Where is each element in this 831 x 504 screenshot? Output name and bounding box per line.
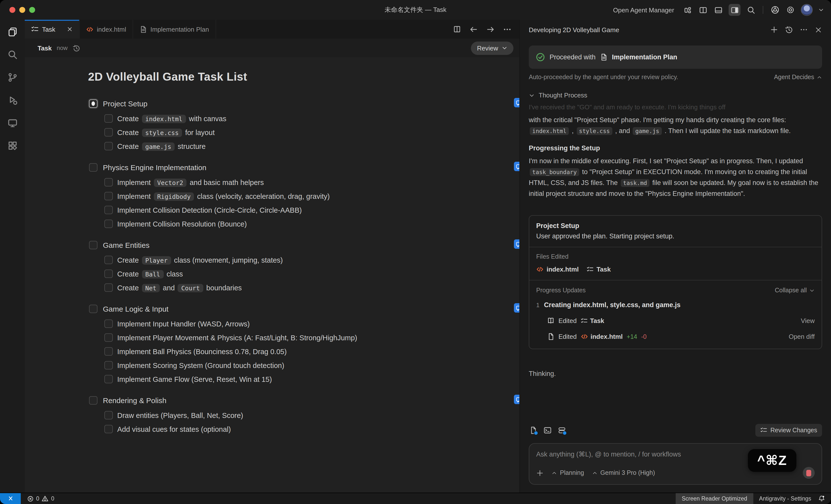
- task-item-checkbox[interactable]: [104, 128, 113, 137]
- task-item-checkbox[interactable]: [104, 206, 113, 214]
- comment-badge-icon[interactable]: [514, 162, 519, 171]
- task-item: Create Net and Court boundaries: [104, 284, 495, 292]
- tab-implementation-plan[interactable]: Implementation Plan: [133, 20, 216, 38]
- view-link[interactable]: View: [801, 317, 815, 324]
- edit-target[interactable]: index.html: [581, 333, 623, 340]
- extensions-icon[interactable]: [7, 141, 18, 151]
- text-segment: Implement Game Flow (Serve, Reset, Win a…: [117, 375, 272, 383]
- search-icon[interactable]: [746, 5, 756, 15]
- policy-mode-label: Agent Decides: [774, 74, 814, 81]
- task-item-checkbox[interactable]: [104, 411, 113, 419]
- task-section-checkbox[interactable]: [88, 304, 98, 314]
- collapse-all-button[interactable]: Collapse all: [775, 287, 815, 294]
- panel-more-icon[interactable]: [800, 26, 808, 34]
- tab-actions: [453, 20, 519, 38]
- task-item-checkbox[interactable]: [104, 375, 113, 383]
- knowledge-base-icon[interactable]: [557, 426, 566, 435]
- file-chip-index-html[interactable]: index.html: [536, 266, 579, 273]
- minimize-window-button[interactable]: [19, 7, 25, 13]
- explorer-icon[interactable]: [7, 27, 18, 37]
- task-item-checkbox[interactable]: [104, 425, 113, 433]
- source-control-icon[interactable]: [7, 72, 18, 83]
- notifications-bell-icon[interactable]: [817, 495, 831, 502]
- screen-reader-status[interactable]: Screen Reader Optimized: [676, 493, 753, 504]
- task-item-checkbox[interactable]: [104, 114, 113, 123]
- terminal-icon[interactable]: [543, 426, 552, 435]
- run-debug-icon[interactable]: [7, 95, 18, 105]
- chevron-down-icon: [809, 288, 815, 293]
- text-segment: structure: [176, 142, 206, 150]
- open-diff-link[interactable]: Open diff: [789, 333, 815, 340]
- comment-badge-icon[interactable]: [514, 239, 519, 249]
- tab-index-html[interactable]: index.html: [79, 20, 133, 38]
- close-window-button[interactable]: [9, 7, 15, 13]
- artifacts-icon[interactable]: [529, 426, 538, 435]
- task-item-checkbox[interactable]: [104, 361, 113, 369]
- split-editor-icon[interactable]: [453, 25, 461, 33]
- review-button[interactable]: Review: [471, 41, 513, 55]
- customize-layout-icon[interactable]: [683, 5, 692, 15]
- zoom-window-button[interactable]: [29, 7, 35, 13]
- progress-step[interactable]: 1 Creating index.html, style.css, and ga…: [536, 301, 815, 308]
- proceeded-card[interactable]: Proceeded with Implementation Plan: [529, 46, 822, 69]
- document-title: Task: [37, 44, 52, 52]
- new-conversation-icon[interactable]: [770, 26, 778, 34]
- comment-badge-icon[interactable]: [514, 303, 519, 313]
- task-item-checkbox[interactable]: [104, 178, 113, 186]
- tab-label: Implementation Plan: [150, 26, 209, 33]
- task-item-label: Implement Collision Resolution (Bounce): [117, 220, 247, 228]
- edit-target[interactable]: Task: [581, 317, 604, 324]
- stop-button[interactable]: [803, 467, 815, 479]
- user-avatar[interactable]: [801, 4, 813, 16]
- task-section-checkbox[interactable]: [88, 240, 98, 250]
- task-item-checkbox[interactable]: [104, 192, 113, 200]
- task-item-checkbox[interactable]: [104, 270, 113, 278]
- review-changes-label: Review Changes: [770, 427, 817, 434]
- add-context-icon[interactable]: [536, 469, 544, 477]
- thought-process-toggle[interactable]: Thought Process: [529, 91, 822, 99]
- task-item-checkbox[interactable]: [104, 256, 113, 264]
- thought-paragraph: with the critical "Project Setup" phase.…: [529, 115, 822, 137]
- close-panel-icon[interactable]: [815, 26, 822, 33]
- browser-logo-icon[interactable]: [770, 5, 780, 15]
- policy-mode-toggle[interactable]: Agent Decides: [774, 74, 822, 81]
- notification-dot: [563, 431, 567, 435]
- split-editor-left-icon[interactable]: [698, 5, 708, 15]
- comment-badge-icon[interactable]: [514, 98, 519, 107]
- review-changes-button[interactable]: Review Changes: [755, 424, 822, 437]
- search-sidebar-icon[interactable]: [7, 50, 18, 60]
- task-section-row: Rendering & Polish: [88, 395, 495, 406]
- document-icon: [140, 26, 147, 33]
- model-selector[interactable]: Gemini 3 Pro (High): [592, 469, 655, 476]
- task-section-checkbox[interactable]: [88, 395, 98, 406]
- task-section-checkbox[interactable]: [88, 162, 98, 173]
- account-chevron-down-icon[interactable]: [818, 7, 824, 13]
- toggle-right-sidebar-icon[interactable]: [728, 4, 741, 16]
- task-item-checkbox[interactable]: [104, 142, 113, 150]
- toggle-panel-icon[interactable]: [713, 5, 723, 15]
- navigate-forward-icon[interactable]: [486, 25, 495, 33]
- task-item-checkbox[interactable]: [104, 284, 113, 292]
- comment-badge-icon[interactable]: [514, 395, 519, 404]
- history-icon[interactable]: [73, 44, 80, 52]
- remote-indicator[interactable]: [0, 493, 21, 504]
- problems-indicator[interactable]: 0 0: [27, 495, 54, 502]
- more-actions-icon[interactable]: [503, 25, 512, 33]
- close-tab-icon[interactable]: [66, 26, 73, 32]
- task-item-checkbox[interactable]: [104, 320, 113, 328]
- open-agent-manager-button[interactable]: Open Agent Manager: [613, 6, 674, 13]
- settings-status[interactable]: Antigravity - Settings: [753, 496, 817, 502]
- tab-label: index.html: [97, 26, 126, 33]
- task-section-checkbox[interactable]: [88, 98, 98, 109]
- task-item-checkbox[interactable]: [104, 219, 113, 228]
- tab-task[interactable]: Task: [25, 20, 79, 38]
- warning-count: 0: [51, 496, 54, 502]
- task-item-checkbox[interactable]: [104, 333, 113, 342]
- settings-gear-icon[interactable]: [785, 5, 795, 15]
- mode-selector[interactable]: Planning: [551, 469, 584, 476]
- navigate-back-icon[interactable]: [469, 25, 478, 33]
- task-item-checkbox[interactable]: [104, 347, 113, 356]
- file-chip-task[interactable]: Task: [586, 266, 611, 273]
- history-icon[interactable]: [785, 26, 793, 34]
- remote-explorer-icon[interactable]: [7, 118, 18, 128]
